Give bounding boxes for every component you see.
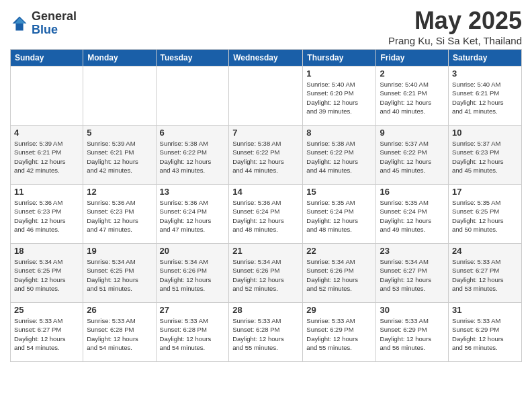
day-number: 31: [452, 305, 518, 315]
day-info: Sunrise: 5:40 AMSunset: 6:20 PMDaylight:…: [306, 80, 372, 116]
calendar-cell: 24Sunrise: 5:33 AMSunset: 6:27 PMDayligh…: [449, 244, 522, 303]
location-text: Prang Ku, Si Sa Ket, Thailand: [388, 35, 522, 46]
day-info: Sunrise: 5:38 AMSunset: 6:22 PMDaylight:…: [160, 139, 226, 175]
day-info: Sunrise: 5:37 AMSunset: 6:22 PMDaylight:…: [380, 139, 445, 175]
day-info: Sunrise: 5:33 AMSunset: 6:28 PMDaylight:…: [160, 316, 226, 352]
calendar-week-3: 11Sunrise: 5:36 AMSunset: 6:23 PMDayligh…: [11, 185, 522, 244]
day-info: Sunrise: 5:39 AMSunset: 6:21 PMDaylight:…: [87, 139, 152, 175]
calendar-week-1: 1Sunrise: 5:40 AMSunset: 6:20 PMDaylight…: [11, 66, 522, 126]
calendar-cell: 1Sunrise: 5:40 AMSunset: 6:20 PMDaylight…: [303, 66, 376, 126]
day-number: 2: [380, 68, 445, 79]
day-info: Sunrise: 5:34 AMSunset: 6:25 PMDaylight:…: [14, 257, 79, 293]
calendar-cell: [11, 66, 83, 126]
calendar-cell: [83, 66, 156, 126]
calendar-cell: 30Sunrise: 5:33 AMSunset: 6:29 PMDayligh…: [376, 303, 449, 362]
day-number: 10: [452, 128, 518, 138]
day-info: Sunrise: 5:33 AMSunset: 6:27 PMDaylight:…: [452, 257, 518, 293]
day-number: 27: [160, 305, 226, 315]
calendar-cell: 31Sunrise: 5:33 AMSunset: 6:29 PMDayligh…: [449, 303, 522, 362]
day-info: Sunrise: 5:39 AMSunset: 6:21 PMDaylight:…: [14, 139, 79, 175]
day-number: 7: [232, 128, 299, 138]
day-info: Sunrise: 5:36 AMSunset: 6:24 PMDaylight:…: [160, 198, 226, 234]
day-info: Sunrise: 5:33 AMSunset: 6:28 PMDaylight:…: [87, 316, 152, 352]
day-number: 26: [87, 305, 152, 315]
day-info: Sunrise: 5:33 AMSunset: 6:29 PMDaylight:…: [380, 316, 445, 352]
day-of-week-thursday: Thursday: [303, 50, 376, 66]
day-number: 11: [14, 187, 79, 197]
day-of-week-wednesday: Wednesday: [229, 50, 303, 66]
day-number: 21: [232, 246, 299, 256]
day-number: 1: [306, 68, 372, 79]
day-info: Sunrise: 5:33 AMSunset: 6:28 PMDaylight:…: [232, 316, 299, 352]
calendar-cell: [229, 66, 303, 126]
calendar-cell: 4Sunrise: 5:39 AMSunset: 6:21 PMDaylight…: [11, 126, 83, 185]
calendar-cell: 19Sunrise: 5:34 AMSunset: 6:25 PMDayligh…: [83, 244, 156, 303]
calendar-cell: 18Sunrise: 5:34 AMSunset: 6:25 PMDayligh…: [11, 244, 83, 303]
calendar-cell: 26Sunrise: 5:33 AMSunset: 6:28 PMDayligh…: [83, 303, 156, 362]
calendar-cell: 16Sunrise: 5:35 AMSunset: 6:24 PMDayligh…: [376, 185, 449, 244]
calendar-cell: 20Sunrise: 5:34 AMSunset: 6:26 PMDayligh…: [156, 244, 229, 303]
day-info: Sunrise: 5:34 AMSunset: 6:26 PMDaylight:…: [160, 257, 226, 293]
calendar-cell: 15Sunrise: 5:35 AMSunset: 6:24 PMDayligh…: [303, 185, 376, 244]
day-info: Sunrise: 5:40 AMSunset: 6:21 PMDaylight:…: [452, 80, 518, 116]
calendar-cell: 11Sunrise: 5:36 AMSunset: 6:23 PMDayligh…: [11, 185, 83, 244]
day-number: 3: [452, 68, 518, 79]
day-number: 23: [380, 246, 445, 256]
day-number: 18: [14, 246, 79, 256]
day-of-week-tuesday: Tuesday: [156, 50, 229, 66]
calendar-cell: 10Sunrise: 5:37 AMSunset: 6:23 PMDayligh…: [449, 126, 522, 185]
day-info: Sunrise: 5:36 AMSunset: 6:23 PMDaylight:…: [87, 198, 152, 234]
day-number: 14: [232, 187, 299, 197]
day-number: 4: [14, 128, 79, 138]
day-number: 30: [380, 305, 445, 315]
calendar-cell: 9Sunrise: 5:37 AMSunset: 6:22 PMDaylight…: [376, 126, 449, 185]
day-number: 5: [87, 128, 152, 138]
calendar-cell: 14Sunrise: 5:36 AMSunset: 6:24 PMDayligh…: [229, 185, 303, 244]
calendar-cell: 5Sunrise: 5:39 AMSunset: 6:21 PMDaylight…: [83, 126, 156, 185]
calendar-cell: 21Sunrise: 5:34 AMSunset: 6:26 PMDayligh…: [229, 244, 303, 303]
calendar-week-2: 4Sunrise: 5:39 AMSunset: 6:21 PMDaylight…: [11, 126, 522, 185]
day-info: Sunrise: 5:34 AMSunset: 6:27 PMDaylight:…: [380, 257, 445, 293]
calendar-cell: 29Sunrise: 5:33 AMSunset: 6:29 PMDayligh…: [303, 303, 376, 362]
calendar-cell: 17Sunrise: 5:35 AMSunset: 6:25 PMDayligh…: [449, 185, 522, 244]
logo-icon: [10, 14, 29, 33]
calendar-cell: 28Sunrise: 5:33 AMSunset: 6:28 PMDayligh…: [229, 303, 303, 362]
logo-blue-text: Blue: [32, 24, 77, 37]
day-of-week-monday: Monday: [83, 50, 156, 66]
day-info: Sunrise: 5:35 AMSunset: 6:24 PMDaylight:…: [380, 198, 445, 234]
title-area: May 2025 Prang Ku, Si Sa Ket, Thailand: [388, 7, 522, 46]
day-info: Sunrise: 5:36 AMSunset: 6:24 PMDaylight:…: [232, 198, 299, 234]
calendar-cell: 3Sunrise: 5:40 AMSunset: 6:21 PMDaylight…: [449, 66, 522, 126]
calendar-cell: 13Sunrise: 5:36 AMSunset: 6:24 PMDayligh…: [156, 185, 229, 244]
day-number: 19: [87, 246, 152, 256]
calendar-table: SundayMondayTuesdayWednesdayThursdayFrid…: [10, 49, 522, 362]
day-info: Sunrise: 5:34 AMSunset: 6:26 PMDaylight:…: [232, 257, 299, 293]
day-info: Sunrise: 5:33 AMSunset: 6:27 PMDaylight:…: [14, 316, 79, 352]
day-number: 9: [380, 128, 445, 138]
day-info: Sunrise: 5:36 AMSunset: 6:23 PMDaylight:…: [14, 198, 79, 234]
day-number: 16: [380, 187, 445, 197]
calendar-week-5: 25Sunrise: 5:33 AMSunset: 6:27 PMDayligh…: [11, 303, 522, 362]
day-number: 12: [87, 187, 152, 197]
calendar-cell: 25Sunrise: 5:33 AMSunset: 6:27 PMDayligh…: [11, 303, 83, 362]
day-info: Sunrise: 5:38 AMSunset: 6:22 PMDaylight:…: [232, 139, 299, 175]
day-number: 13: [160, 187, 226, 197]
calendar-cell: 2Sunrise: 5:40 AMSunset: 6:21 PMDaylight…: [376, 66, 449, 126]
day-number: 28: [232, 305, 299, 315]
month-title: May 2025: [388, 7, 522, 35]
day-info: Sunrise: 5:40 AMSunset: 6:21 PMDaylight:…: [380, 80, 445, 116]
day-number: 20: [160, 246, 226, 256]
calendar-cell: [156, 66, 229, 126]
day-number: 24: [452, 246, 518, 256]
calendar-header-row: SundayMondayTuesdayWednesdayThursdayFrid…: [11, 50, 522, 66]
calendar-cell: 12Sunrise: 5:36 AMSunset: 6:23 PMDayligh…: [83, 185, 156, 244]
day-of-week-friday: Friday: [376, 50, 449, 66]
day-of-week-sunday: Sunday: [11, 50, 83, 66]
day-number: 8: [306, 128, 372, 138]
day-number: 22: [306, 246, 372, 256]
calendar-week-4: 18Sunrise: 5:34 AMSunset: 6:25 PMDayligh…: [11, 244, 522, 303]
calendar-cell: 8Sunrise: 5:38 AMSunset: 6:22 PMDaylight…: [303, 126, 376, 185]
day-number: 6: [160, 128, 226, 138]
page-header: General Blue May 2025 Prang Ku, Si Sa Ke…: [10, 7, 522, 46]
day-number: 29: [306, 305, 372, 315]
